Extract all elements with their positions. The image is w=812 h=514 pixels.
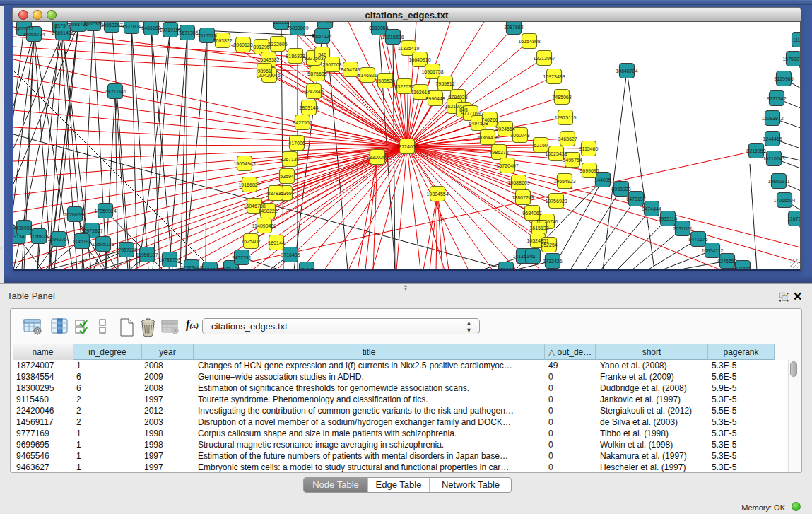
svg-text:2405572: 2405572 bbox=[14, 26, 33, 31]
svg-text:14055724: 14055724 bbox=[23, 32, 45, 37]
svg-text:9146821: 9146821 bbox=[358, 73, 377, 78]
svg-text:17957225: 17957225 bbox=[115, 247, 137, 252]
svg-text:9716485: 9716485 bbox=[281, 252, 300, 257]
svg-text:8813054: 8813054 bbox=[369, 25, 388, 30]
svg-text:160338: 160338 bbox=[273, 22, 289, 25]
svg-text:1244415: 1244415 bbox=[763, 136, 782, 141]
svg-text:2087682: 2087682 bbox=[504, 25, 523, 30]
svg-text:8471676: 8471676 bbox=[688, 237, 707, 242]
svg-text:9699695: 9699695 bbox=[579, 168, 599, 173]
svg-text:19166827: 19166827 bbox=[238, 182, 260, 187]
svg-text:15751074: 15751074 bbox=[782, 57, 801, 62]
svg-text:62160: 62160 bbox=[534, 143, 548, 148]
svg-text:6794028: 6794028 bbox=[448, 95, 467, 100]
svg-text:144095: 144095 bbox=[594, 177, 611, 182]
svg-text:8960128: 8960128 bbox=[233, 42, 252, 47]
svg-text:12213967: 12213967 bbox=[533, 56, 555, 61]
svg-text:20420046: 20420046 bbox=[258, 73, 280, 78]
svg-text:123234: 123234 bbox=[201, 267, 218, 271]
svg-text:12505135: 12505135 bbox=[92, 242, 114, 247]
svg-text:98961: 98961 bbox=[257, 69, 271, 74]
svg-text:116753: 116753 bbox=[788, 216, 801, 221]
svg-text:19756928: 19756928 bbox=[545, 199, 567, 204]
svg-text:7625402: 7625402 bbox=[241, 239, 260, 244]
svg-text:2967608: 2967608 bbox=[322, 62, 341, 67]
svg-text:1527601: 1527601 bbox=[122, 24, 141, 29]
svg-text:114099489: 114099489 bbox=[252, 223, 277, 228]
svg-text:9242845: 9242845 bbox=[304, 89, 323, 94]
svg-text:17016504: 17016504 bbox=[773, 198, 795, 203]
svg-text:7857224: 7857224 bbox=[312, 34, 331, 39]
svg-text:252254: 252254 bbox=[541, 243, 557, 247]
svg-text:6479197: 6479197 bbox=[626, 197, 645, 201]
svg-text:881305: 881305 bbox=[317, 22, 333, 24]
svg-text:417006: 417006 bbox=[288, 141, 305, 146]
svg-text:10688609: 10688609 bbox=[507, 180, 529, 185]
svg-text:20691406: 20691406 bbox=[52, 30, 73, 35]
svg-text:19218506: 19218506 bbox=[382, 35, 404, 40]
svg-text:8938923: 8938923 bbox=[611, 187, 630, 192]
svg-text:5322037: 5322037 bbox=[394, 84, 413, 89]
svg-text:16640910: 16640910 bbox=[408, 57, 430, 62]
svg-text:1162615: 1162615 bbox=[411, 90, 430, 95]
svg-text:16033809: 16033809 bbox=[286, 25, 308, 30]
svg-text:8990448: 8990448 bbox=[425, 96, 445, 101]
svg-text:6466160: 6466160 bbox=[141, 25, 160, 30]
svg-text:10648784: 10648784 bbox=[616, 69, 637, 74]
svg-text:10654112: 10654112 bbox=[702, 248, 724, 253]
svg-text:5875685: 5875685 bbox=[307, 71, 326, 76]
svg-text:9245652: 9245652 bbox=[717, 259, 736, 264]
svg-text:9115460: 9115460 bbox=[579, 146, 599, 151]
svg-text:2935114: 2935114 bbox=[659, 216, 678, 221]
svg-text:53594: 53594 bbox=[280, 174, 294, 179]
svg-text:10210643: 10210643 bbox=[763, 156, 784, 161]
svg-text:16782759: 16782759 bbox=[158, 257, 180, 262]
svg-text:9474444: 9474444 bbox=[642, 206, 661, 211]
svg-text:8454749: 8454749 bbox=[341, 67, 360, 72]
svg-text:15692971: 15692971 bbox=[767, 179, 789, 184]
svg-text:8186328: 8186328 bbox=[286, 54, 305, 59]
svg-text:18724007: 18724007 bbox=[396, 144, 418, 149]
svg-text:41: 41 bbox=[530, 254, 536, 259]
svg-text:546: 546 bbox=[318, 52, 326, 57]
svg-text:7485063: 7485063 bbox=[552, 95, 571, 100]
svg-text:10025438: 10025438 bbox=[545, 151, 567, 156]
svg-text:1588520: 1588520 bbox=[375, 78, 394, 83]
svg-text:1498222: 1498222 bbox=[258, 209, 277, 214]
svg-text:19384554: 19384554 bbox=[426, 192, 448, 197]
svg-text:746266: 746266 bbox=[481, 117, 498, 122]
svg-text:9457791: 9457791 bbox=[232, 255, 251, 260]
svg-text:18300295: 18300295 bbox=[366, 155, 388, 160]
svg-text:1060748: 1060748 bbox=[510, 133, 529, 138]
svg-text:1156829: 1156829 bbox=[30, 234, 49, 239]
svg-text:9684067: 9684067 bbox=[522, 211, 541, 216]
svg-text:19654943: 19654943 bbox=[233, 161, 255, 166]
svg-text:9227342: 9227342 bbox=[767, 96, 786, 101]
svg-text:7632621: 7632621 bbox=[673, 226, 692, 231]
svg-text:39154: 39154 bbox=[13, 234, 25, 239]
svg-text:435051: 435051 bbox=[16, 226, 32, 230]
svg-text:16120746: 16120746 bbox=[536, 219, 558, 224]
svg-text:16961758: 16961758 bbox=[421, 69, 443, 74]
svg-text:12323448: 12323448 bbox=[180, 265, 202, 270]
svg-text:10973493: 10973493 bbox=[543, 74, 565, 79]
svg-text:20364436: 20364436 bbox=[476, 135, 498, 140]
svg-text:3024554: 3024554 bbox=[495, 127, 514, 132]
svg-text:18807249: 18807249 bbox=[512, 195, 534, 200]
svg-text:15720407: 15720407 bbox=[496, 163, 518, 168]
svg-text:1615132: 1615132 bbox=[529, 226, 548, 230]
svg-text:16543382: 16543382 bbox=[257, 57, 279, 62]
svg-text:9777169: 9777169 bbox=[461, 111, 480, 116]
svg-text:123448: 123448 bbox=[498, 267, 514, 271]
svg-text:8427552: 8427552 bbox=[293, 120, 312, 125]
svg-text:19654923: 19654923 bbox=[553, 179, 575, 184]
svg-text:169144: 169144 bbox=[268, 240, 284, 245]
svg-text:3267130: 3267130 bbox=[280, 157, 299, 162]
svg-text:17359924: 17359924 bbox=[94, 209, 116, 214]
svg-text:9463627: 9463627 bbox=[558, 136, 577, 141]
svg-text:12942757: 12942757 bbox=[47, 237, 69, 242]
svg-text:11958107: 11958107 bbox=[136, 252, 158, 257]
svg-text:30975867: 30975867 bbox=[81, 228, 102, 233]
svg-text:7515526: 7515526 bbox=[197, 33, 216, 38]
svg-text:887833: 887833 bbox=[267, 191, 283, 196]
